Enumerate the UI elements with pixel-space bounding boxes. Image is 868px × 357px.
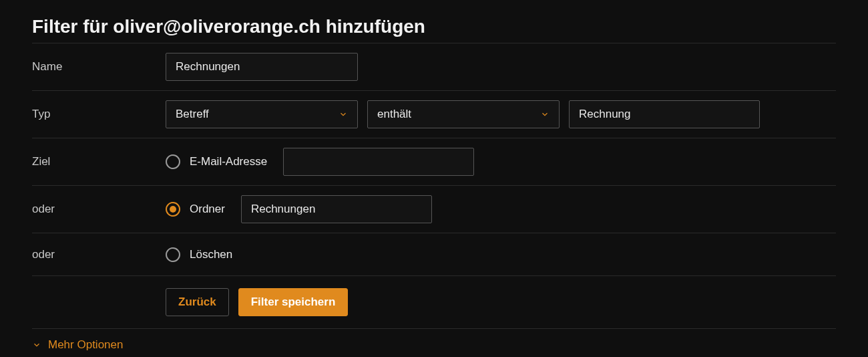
- email-input[interactable]: [283, 148, 474, 176]
- type-field-value: Betreff: [176, 108, 209, 121]
- type-value-input[interactable]: [569, 100, 760, 128]
- back-button[interactable]: Zurück: [166, 288, 229, 316]
- row-target-folder: oder Ordner: [32, 186, 836, 233]
- type-match-value: enthält: [377, 108, 411, 121]
- row-name: Name: [32, 43, 836, 91]
- row-target-email: Ziel E-Mail-Adresse: [32, 138, 836, 186]
- type-match-select[interactable]: enthält: [367, 100, 560, 128]
- label-or-1: oder: [32, 203, 166, 216]
- row-target-delete: oder Löschen: [32, 233, 836, 276]
- chevron-down-icon: [32, 340, 41, 350]
- type-field-select[interactable]: Betreff: [166, 100, 358, 128]
- radio-folder-label: Ordner: [190, 203, 225, 216]
- save-button[interactable]: Filter speichern: [238, 288, 349, 316]
- folder-input[interactable]: [241, 195, 432, 223]
- radio-email-label: E-Mail-Adresse: [190, 155, 267, 168]
- more-options-toggle[interactable]: Mehr Optionen: [32, 338, 123, 352]
- row-buttons: Zurück Filter speichern: [32, 276, 836, 329]
- label-type: Typ: [32, 108, 166, 121]
- label-target: Ziel: [32, 155, 166, 168]
- name-input[interactable]: [166, 53, 358, 81]
- page-title: Filter für oliver@oliverorange.ch hinzuf…: [32, 16, 836, 37]
- radio-email[interactable]: [166, 154, 180, 169]
- label-or-2: oder: [32, 248, 166, 261]
- radio-delete[interactable]: [166, 247, 180, 262]
- label-name: Name: [32, 60, 166, 74]
- row-type: Typ Betreff enthält: [32, 91, 836, 138]
- radio-delete-label: Löschen: [190, 248, 232, 261]
- chevron-down-icon: [339, 110, 348, 119]
- chevron-down-icon: [540, 110, 550, 119]
- more-options-label: Mehr Optionen: [48, 338, 123, 352]
- radio-folder[interactable]: [166, 202, 180, 217]
